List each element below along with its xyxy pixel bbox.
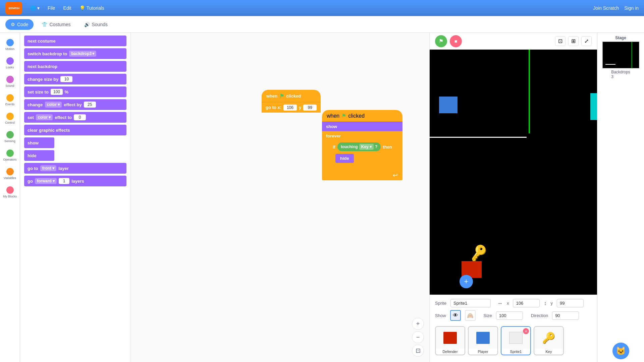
stop-button[interactable]: ■ — [450, 35, 462, 47]
sprite-card-sprite1[interactable]: ✕ Sprite1 — [501, 326, 531, 355]
zoom-in-button[interactable]: + — [412, 318, 424, 330]
loop-arrow: ↩ — [393, 172, 398, 179]
block-set-size[interactable]: set size to % — [24, 86, 126, 97]
category-sound[interactable]: Sound — [0, 72, 20, 91]
block-change-color-effect[interactable]: change color ▾ effect by — [24, 99, 126, 110]
fullscreen-button[interactable]: ⤢ — [581, 36, 592, 46]
block-clear-effects[interactable]: clear graphic effects — [24, 125, 126, 135]
sprite1-delete-button[interactable]: ✕ — [523, 328, 529, 334]
main: Motion Looks Sound Events Control Sensin… — [0, 33, 644, 362]
set-color-dropdown[interactable]: color ▾ — [36, 114, 53, 120]
globe-button[interactable]: 🌐 ▾ — [30, 5, 40, 11]
color-effect-dropdown[interactable]: color ▾ — [45, 102, 62, 108]
question-mark: ? — [375, 144, 377, 149]
edit-menu[interactable]: Edit — [63, 5, 71, 11]
layers-input[interactable] — [59, 178, 69, 184]
small-stage-button[interactable]: ⊡ — [555, 36, 566, 46]
direction-label: Direction — [531, 313, 548, 318]
set-effect-input[interactable] — [74, 114, 86, 120]
show-visible-button[interactable]: 👁 — [450, 310, 461, 321]
blocks-sidebar: next costume switch backdrop to backdrop… — [20, 33, 131, 362]
stage-thumbnail[interactable] — [602, 42, 639, 68]
front-back-dropdown[interactable]: front ▾ — [40, 165, 57, 171]
category-myblocks[interactable]: My Blocks — [0, 183, 20, 201]
sprite-card-key-name: Key — [534, 349, 563, 355]
category-events[interactable]: Events — [0, 91, 20, 109]
goto-block: go to x: y — [262, 102, 321, 113]
zoom-controls: + − ⊡ — [412, 318, 424, 357]
category-motion[interactable]: Motion — [0, 36, 20, 54]
y-value-input[interactable] — [557, 299, 584, 307]
x-input[interactable] — [283, 105, 297, 111]
file-menu[interactable]: File — [48, 5, 55, 11]
flag-icon-1: ⚑ — [279, 93, 284, 99]
block-hide[interactable]: hide — [24, 150, 54, 161]
stage-canvas: 🔑 — [430, 50, 597, 295]
sprite-card-player[interactable]: Player — [468, 326, 498, 355]
category-sensing[interactable]: Sensing — [0, 128, 20, 146]
tutorials-icon: 💡 — [79, 5, 85, 11]
join-button[interactable]: Join Scratch — [593, 5, 619, 11]
sprite-label: Sprite — [435, 301, 446, 306]
color-effect-input[interactable] — [84, 102, 96, 108]
change-size-input[interactable] — [60, 76, 72, 82]
backdrop-dropdown[interactable]: backdrop3 ▾ — [69, 51, 96, 57]
green-flag-button[interactable]: ⚑ — [435, 35, 447, 47]
add-backdrop-button[interactable]: 🐱 — [612, 343, 629, 359]
add-sprite-button[interactable]: + — [460, 275, 473, 288]
category-looks[interactable]: Looks — [0, 54, 20, 72]
zoom-fit-button[interactable]: ⊡ — [412, 345, 424, 357]
block-next-backdrop[interactable]: next backdrop — [24, 61, 126, 72]
flag-icon: ⚑ — [439, 38, 443, 44]
block-set-color-effect[interactable]: set color ▾ effect to — [24, 112, 126, 123]
flag-icon-2: ⚑ — [341, 113, 346, 119]
scene-white-line — [430, 137, 527, 138]
block-next-costume[interactable]: next costume — [24, 36, 126, 46]
block-change-size[interactable]: change size by — [24, 74, 126, 84]
scene-blue-rect — [439, 97, 458, 113]
backdrops-label: Backdrops 3 — [611, 70, 630, 79]
zoom-out-button[interactable]: − — [412, 331, 424, 343]
sign-in-button[interactable]: Sign in — [624, 5, 639, 11]
code-area: when ⚑ clicked go to x: y — [131, 33, 429, 362]
block-go-forward[interactable]: go forward ▾ layers — [24, 176, 126, 186]
hat-block-1: when ⚑ clicked — [262, 90, 306, 102]
x-label: x — [507, 301, 509, 306]
y-label: y — [550, 301, 553, 306]
direction-input[interactable] — [552, 311, 579, 320]
tutorials-button[interactable]: 💡 Tutorials — [79, 5, 104, 11]
sprite-card-key[interactable]: 🔑 Key — [534, 326, 564, 355]
forward-back-dropdown[interactable]: forward ▾ — [35, 178, 57, 184]
category-operators[interactable]: Operators — [0, 146, 20, 165]
tab-sounds[interactable]: 🔊 Sounds — [79, 19, 113, 30]
category-bar: Motion Looks Sound Events Control Sensin… — [0, 33, 20, 362]
size-label: Size — [484, 313, 492, 318]
block-go-to-layer[interactable]: go to front ▾ layer — [24, 163, 126, 174]
if-label: if — [333, 144, 335, 149]
stop-icon: ■ — [454, 39, 457, 44]
y-input[interactable] — [303, 105, 317, 111]
tab-costumes[interactable]: 👕 Costumes — [36, 19, 76, 30]
size-input[interactable] — [496, 311, 523, 320]
large-stage-button[interactable]: ⊞ — [568, 36, 579, 46]
scene-green-line — [529, 50, 530, 133]
stage-controls: ⚑ ■ ⊡ ⊞ ⤢ — [430, 33, 597, 50]
stage-panel: ⚑ ■ ⊡ ⊞ ⤢ 🔑 — [429, 33, 597, 362]
block-show[interactable]: show — [24, 137, 54, 148]
sprite-list: Defender Player ✕ — [435, 323, 592, 358]
x-value-input[interactable] — [513, 299, 540, 307]
block-switch-backdrop[interactable]: switch backdrop to backdrop3 ▾ — [24, 48, 126, 59]
scene-cyan-rect — [590, 93, 597, 120]
sprite-name-input[interactable] — [450, 299, 491, 307]
category-control[interactable]: Control — [0, 109, 20, 128]
sprite-card-defender[interactable]: Defender — [435, 326, 465, 355]
key-dropdown[interactable]: Key ▾ — [359, 144, 374, 150]
show-hidden-button[interactable]: 🙈 — [465, 310, 476, 321]
nav-right: Join Scratch Sign in — [593, 5, 639, 11]
scratch-logo[interactable]: SCRATCH — [5, 2, 22, 14]
category-variables[interactable]: Variables — [0, 165, 20, 183]
tab-code[interactable]: ⚙ Code — [5, 19, 34, 30]
costumes-icon: 👕 — [42, 22, 47, 27]
set-size-input[interactable] — [51, 89, 63, 95]
sprite-card-defender-name: Defender — [436, 349, 465, 355]
